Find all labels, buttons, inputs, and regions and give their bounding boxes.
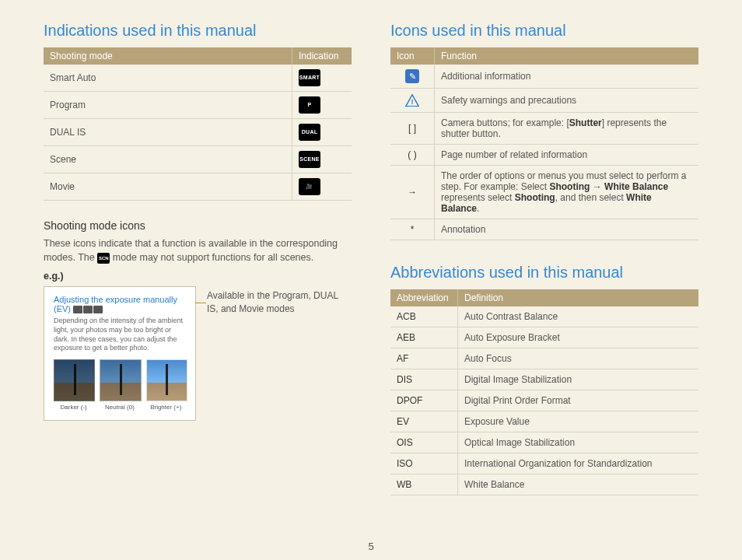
mode-icon: P (299, 96, 320, 114)
table-row: ACBAuto Contrast Balance (390, 306, 698, 327)
mode-icon-cell: SCENE (292, 146, 352, 173)
table-row: DUAL ISDUAL (44, 119, 352, 146)
symbol-icon: * (411, 224, 415, 235)
example-description: Depending on the intensity of the ambien… (54, 317, 186, 353)
mode-icon-cell: P (292, 92, 352, 119)
table-row: DPOFDigital Print Order Format (390, 390, 698, 411)
table-header: Indication (292, 47, 352, 65)
abbr-cell: AF (390, 348, 458, 369)
thumbnail-image-neutral (100, 359, 141, 401)
table-row: AEBAuto Exposure Bracket (390, 327, 698, 348)
example-box: Adjusting the exposure manually (EV) Dep… (44, 286, 196, 421)
table-row: EVExposure Value (390, 411, 698, 432)
example-title: Adjusting the exposure manually (EV) (54, 295, 186, 313)
icons-table: Icon Function ✎Additional information!Sa… (390, 47, 698, 240)
mode-icon: DUAL (299, 124, 320, 141)
abbr-table: Abbreviation Definition ACBAuto Contrast… (390, 289, 698, 495)
symbol-icon: [ ] (408, 123, 416, 134)
icon-cell: ( ) (390, 145, 435, 166)
abbr-cell: WB (390, 474, 458, 495)
table-header: Abbreviation (390, 289, 458, 306)
function-cell: Page number of related information (435, 145, 699, 166)
thumbnail: Brighter (+) (146, 359, 186, 411)
left-column: Indications used in this manual Shooting… (44, 22, 352, 495)
table-row: ISOInternational Organization for Standa… (390, 453, 698, 474)
example-row: Adjusting the exposure manually (EV) Dep… (44, 286, 352, 421)
svg-text:!: ! (411, 98, 414, 106)
table-row: DISDigital Image Stabilization (390, 369, 698, 390)
table-row: AFAuto Focus (390, 348, 698, 369)
function-cell: Annotation (435, 219, 699, 240)
table-header: Function (435, 47, 699, 65)
thumbnail-label: Neutral (0) (105, 404, 135, 411)
warning-icon: ! (405, 93, 419, 107)
abbr-section-title: Abbreviations used in this manual (390, 264, 698, 282)
icon-cell: * (390, 219, 435, 240)
function-cell: Additional information (435, 65, 699, 89)
table-row: ProgramP (44, 92, 352, 119)
subheading: Shooting mode icons (44, 219, 352, 232)
callout-connector (195, 303, 206, 303)
thumbnail-label: Brighter (+) (150, 404, 181, 411)
page-number: 5 (0, 541, 742, 552)
abbr-cell: EV (390, 411, 458, 432)
mode-icon: SMART (299, 69, 320, 86)
icon-cell: ! (390, 89, 435, 113)
mode-name-cell: Movie (44, 173, 292, 201)
table-row: Movie🎥 (44, 173, 352, 201)
mode-icon-cell: 🎥 (292, 173, 352, 201)
info-icon: ✎ (405, 69, 419, 83)
table-header: Shooting mode (44, 47, 292, 65)
thumbnail: Neutral (0) (100, 359, 139, 411)
right-column: Icons used in this manual Icon Function … (390, 22, 698, 495)
symbol-icon: ( ) (408, 149, 416, 160)
body-text: These icons indicate that a function is … (44, 236, 352, 264)
thumbnail: Darker (-) (54, 359, 93, 411)
mode-icon: SCENE (299, 151, 320, 168)
icon-cell: ✎ (390, 65, 435, 89)
shooting-mode-table: Shooting mode Indication Smart AutoSMART… (44, 47, 352, 201)
definition-cell: Auto Focus (458, 348, 699, 369)
definition-cell: International Organization for Standardi… (458, 453, 699, 474)
table-header: Definition (458, 289, 699, 306)
left-section-title: Indications used in this manual (44, 22, 352, 40)
example-callout-text: Available in the Program, DUAL IS, and M… (207, 286, 352, 316)
mode-icon-cell: SMART (292, 65, 352, 92)
function-cell: Camera buttons; for example: [Shutter] r… (435, 113, 699, 145)
example-mode-icons (73, 304, 103, 313)
table-row: WBWhite Balance (390, 474, 698, 495)
definition-cell: Auto Contrast Balance (458, 306, 699, 327)
table-row: ( )Page number of related information (390, 145, 698, 166)
definition-cell: Digital Print Order Format (458, 390, 699, 411)
example-thumbnails: Darker (-) Neutral (0) Brighter (+) (54, 359, 186, 411)
definition-cell: Auto Exposure Bracket (458, 327, 699, 348)
example-label: e.g.) (44, 271, 352, 282)
function-cell: Safety warnings and precautions (435, 89, 699, 113)
abbr-cell: DPOF (390, 390, 458, 411)
mode-icon: 🎥 (299, 178, 320, 195)
abbr-cell: AEB (390, 327, 458, 348)
table-row: [ ]Camera buttons; for example: [Shutter… (390, 113, 698, 145)
thumbnail-image-brighter (146, 359, 187, 401)
body-text-post: mode may not support functions for all s… (113, 252, 313, 263)
table-row: !Safety warnings and precautions (390, 89, 698, 113)
definition-cell: White Balance (458, 474, 699, 495)
table-row: OISOptical Image Stabilization (390, 432, 698, 453)
definition-cell: Digital Image Stabilization (458, 369, 699, 390)
table-row: Smart AutoSMART (44, 65, 352, 92)
mode-name-cell: DUAL IS (44, 119, 292, 146)
icons-section-title: Icons used in this manual (390, 22, 698, 40)
function-cell: The order of options or menus you must s… (435, 166, 699, 219)
abbr-cell: ACB (390, 306, 458, 327)
mode-name-cell: Smart Auto (44, 65, 292, 92)
two-column-layout: Indications used in this manual Shooting… (44, 22, 698, 495)
mode-icon-cell: DUAL (292, 119, 352, 146)
table-header: Icon (390, 47, 435, 65)
icon-cell: [ ] (390, 113, 435, 145)
definition-cell: Exposure Value (458, 411, 699, 432)
scene-mode-icon: SCN (97, 253, 110, 264)
table-row: SceneSCENE (44, 146, 352, 173)
abbr-cell: DIS (390, 369, 458, 390)
symbol-icon: → (408, 187, 417, 198)
definition-cell: Optical Image Stabilization (458, 432, 699, 453)
